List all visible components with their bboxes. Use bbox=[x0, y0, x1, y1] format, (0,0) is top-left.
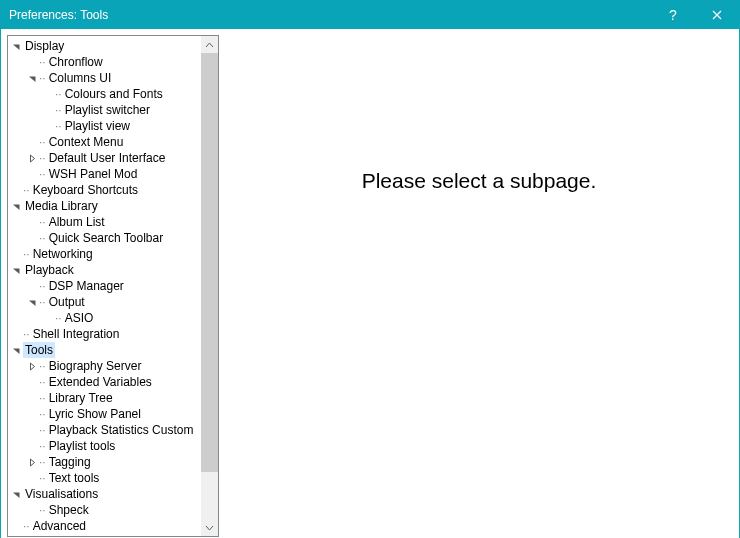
tree-spacer bbox=[26, 390, 39, 406]
tree-connector-icon: ·· bbox=[39, 230, 46, 246]
tree-item-wsh-panel[interactable]: ··WSH Panel Mod bbox=[10, 166, 201, 182]
tree-connector-icon: ·· bbox=[39, 166, 46, 182]
client-area: Display··Chronflow··Columns UI··Colours … bbox=[1, 29, 739, 538]
tree-item-label: DSP Manager bbox=[47, 278, 126, 294]
tree-item-label: Playback bbox=[23, 262, 76, 278]
close-button[interactable] bbox=[695, 1, 739, 29]
scroll-thumb[interactable] bbox=[201, 53, 218, 472]
tree-connector-icon: ·· bbox=[55, 118, 62, 134]
tree-connector-icon: ·· bbox=[55, 310, 62, 326]
tree-item-output[interactable]: ··Output bbox=[10, 294, 201, 310]
tree-spacer bbox=[26, 470, 39, 486]
nav-tree-container: Display··Chronflow··Columns UI··Colours … bbox=[7, 35, 219, 537]
tree-connector-icon: ·· bbox=[39, 438, 46, 454]
tree-connector-icon: ·· bbox=[39, 150, 46, 166]
preferences-window: Preferences: Tools ? Display··Chronflow·… bbox=[0, 0, 740, 538]
tree-item-visualisations[interactable]: Visualisations bbox=[10, 486, 201, 502]
tree-spacer bbox=[26, 230, 39, 246]
tree-spacer bbox=[26, 374, 39, 390]
tree-connector-icon: ·· bbox=[23, 518, 30, 534]
tree-item-tagging[interactable]: ··Tagging bbox=[10, 454, 201, 470]
tree-spacer bbox=[10, 182, 23, 198]
tree-connector-icon: ·· bbox=[39, 54, 46, 70]
tree-item-label: Advanced bbox=[31, 518, 88, 534]
tree-spacer bbox=[26, 438, 39, 454]
tree-item-label: Chronflow bbox=[47, 54, 105, 70]
tree-item-playlist-view[interactable]: ··Playlist view bbox=[10, 118, 201, 134]
scroll-track[interactable] bbox=[201, 53, 218, 519]
tree-item-playlist-switcher[interactable]: ··Playlist switcher bbox=[10, 102, 201, 118]
tree-item-label: Display bbox=[23, 38, 66, 54]
tree-connector-icon: ·· bbox=[39, 358, 46, 374]
tree-item-columns-ui[interactable]: ··Columns UI bbox=[10, 70, 201, 86]
tree-item-playback-stats[interactable]: ··Playback Statistics Custom bbox=[10, 422, 201, 438]
tree-item-default-ui[interactable]: ··Default User Interface bbox=[10, 150, 201, 166]
placeholder-text: Please select a subpage. bbox=[225, 169, 733, 193]
tree-connector-icon: ·· bbox=[39, 422, 46, 438]
collapse-icon[interactable] bbox=[10, 38, 23, 54]
tree-item-playback[interactable]: Playback bbox=[10, 262, 201, 278]
collapse-icon[interactable] bbox=[26, 70, 39, 86]
expand-icon[interactable] bbox=[26, 454, 39, 470]
tree-item-tools[interactable]: Tools bbox=[10, 342, 201, 358]
tree-connector-icon: ·· bbox=[39, 70, 46, 86]
tree-connector-icon: ·· bbox=[39, 134, 46, 150]
tree-item-extended-vars[interactable]: ··Extended Variables bbox=[10, 374, 201, 390]
scroll-down-button[interactable] bbox=[201, 519, 218, 536]
collapse-icon[interactable] bbox=[10, 342, 23, 358]
tree-item-label: Quick Search Toolbar bbox=[47, 230, 166, 246]
tree-spacer bbox=[26, 278, 39, 294]
tree-item-shpeck[interactable]: ··Shpeck bbox=[10, 502, 201, 518]
tree-connector-icon: ·· bbox=[39, 406, 46, 422]
tree-spacer bbox=[26, 502, 39, 518]
tree-item-biography-server[interactable]: ··Biography Server bbox=[10, 358, 201, 374]
tree-item-asio[interactable]: ··ASIO bbox=[10, 310, 201, 326]
expand-icon[interactable] bbox=[26, 150, 39, 166]
scrollbar-vertical[interactable] bbox=[201, 36, 218, 536]
tree-item-context-menu[interactable]: ··Context Menu bbox=[10, 134, 201, 150]
tree-item-media-library[interactable]: Media Library bbox=[10, 198, 201, 214]
tree-connector-icon: ·· bbox=[39, 214, 46, 230]
tree-item-label: Tagging bbox=[47, 454, 93, 470]
tree-item-kb-shortcuts[interactable]: ··Keyboard Shortcuts bbox=[10, 182, 201, 198]
tree-item-label: Library Tree bbox=[47, 390, 115, 406]
collapse-icon[interactable] bbox=[10, 486, 23, 502]
scroll-up-button[interactable] bbox=[201, 36, 218, 53]
tree-spacer bbox=[10, 518, 23, 534]
tree-item-library-tree[interactable]: ··Library Tree bbox=[10, 390, 201, 406]
tree-item-lyric-show[interactable]: ··Lyric Show Panel bbox=[10, 406, 201, 422]
tree-item-display[interactable]: Display bbox=[10, 38, 201, 54]
tree-item-label: Shell Integration bbox=[31, 326, 122, 342]
help-icon: ? bbox=[669, 7, 677, 23]
tree-connector-icon: ·· bbox=[23, 246, 30, 262]
tree-item-album-list[interactable]: ··Album List bbox=[10, 214, 201, 230]
collapse-icon[interactable] bbox=[26, 294, 39, 310]
nav-tree[interactable]: Display··Chronflow··Columns UI··Colours … bbox=[8, 36, 201, 536]
tree-spacer bbox=[42, 86, 55, 102]
tree-item-label: Columns UI bbox=[47, 70, 114, 86]
collapse-icon[interactable] bbox=[10, 262, 23, 278]
tree-spacer bbox=[42, 102, 55, 118]
tree-item-label: Networking bbox=[31, 246, 95, 262]
tree-item-chronflow[interactable]: ··Chronflow bbox=[10, 54, 201, 70]
tree-item-networking[interactable]: ··Networking bbox=[10, 246, 201, 262]
help-button[interactable]: ? bbox=[651, 1, 695, 29]
tree-item-label: Visualisations bbox=[23, 486, 100, 502]
tree-item-playlist-tools[interactable]: ··Playlist tools bbox=[10, 438, 201, 454]
tree-item-dsp-manager[interactable]: ··DSP Manager bbox=[10, 278, 201, 294]
tree-item-quick-search[interactable]: ··Quick Search Toolbar bbox=[10, 230, 201, 246]
tree-item-label: Output bbox=[47, 294, 87, 310]
expand-icon[interactable] bbox=[26, 358, 39, 374]
tree-item-label: Keyboard Shortcuts bbox=[31, 182, 140, 198]
tree-item-label: Playback Statistics Custom bbox=[47, 422, 196, 438]
tree-item-colours-fonts[interactable]: ··Colours and Fonts bbox=[10, 86, 201, 102]
tree-item-shell-integration[interactable]: ··Shell Integration bbox=[10, 326, 201, 342]
tree-item-label: Tools bbox=[23, 342, 55, 358]
tree-item-advanced[interactable]: ··Advanced bbox=[10, 518, 201, 534]
tree-spacer bbox=[26, 422, 39, 438]
chevron-down-icon bbox=[206, 526, 213, 530]
tree-item-text-tools[interactable]: ··Text tools bbox=[10, 470, 201, 486]
collapse-icon[interactable] bbox=[10, 198, 23, 214]
tree-item-label: Shpeck bbox=[47, 502, 91, 518]
tree-spacer bbox=[42, 118, 55, 134]
